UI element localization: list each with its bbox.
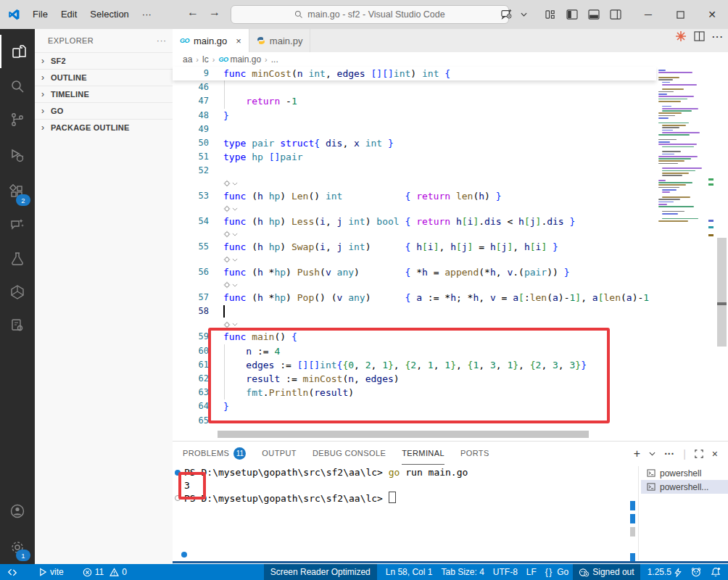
split-editor-icon[interactable] [694,31,705,41]
testing-beaker-icon[interactable] [0,242,35,276]
command-decoration[interactable] [630,501,635,510]
go-signed-out-item[interactable]: Signed out [573,564,640,580]
codelens-row[interactable] [173,228,728,240]
go-version-item[interactable]: 1.25.5 [643,564,686,580]
command-center-search[interactable]: main.go - sf2 - Visual Studio Code [231,5,509,24]
code-line-content[interactable] [223,304,728,318]
code-line-content[interactable]: func (h *hp) Push(v any) { *h = append(*… [223,265,728,279]
nav-forward-icon[interactable]: → [209,6,220,19]
extensions-icon[interactable]: 2 [0,175,35,209]
close-window-button[interactable]: ✕ [696,0,728,29]
codelens-row[interactable] [173,279,728,291]
terminal-list-item[interactable]: powershell... [641,480,728,494]
menu-edit[interactable]: Edit [54,5,83,24]
code-line-46[interactable]: 46 [173,80,728,94]
code-line-content[interactable] [223,123,728,136]
sticky-scroll-line[interactable]: 9 func minCost(n int, edges [][]int) int… [173,67,656,80]
panel-more-actions-icon[interactable]: ··· [664,448,674,460]
terminal-list-item[interactable]: powershell [641,466,728,480]
codelens-row[interactable] [173,178,728,190]
customize-layout-icon[interactable] [539,4,561,25]
code-line-47[interactable]: 47 return -1 [173,94,728,108]
toggle-secondary-sidebar-icon[interactable] [605,4,626,25]
breadcrumb-item-aa[interactable]: aa [183,54,192,65]
new-terminal-icon[interactable]: + [634,447,640,460]
codelens-row[interactable] [173,254,728,265]
minimap[interactable] [656,67,707,433]
menu-[interactable]: ··· [136,5,158,24]
settings-gear-icon[interactable]: 1 [0,531,35,564]
code-line-content[interactable] [223,164,728,178]
code-line-content[interactable]: func (h hp) Swap(i, j int) { h[i], h[j] … [223,240,728,254]
panel-tab-debug-console[interactable]: DEBUG CONSOLE [313,442,386,465]
code-line-content[interactable] [223,80,728,94]
close-panel-icon[interactable]: × [712,448,718,460]
code-line-content[interactable]: func (h *hp) Pop() (v any) { a := *h; *h… [223,291,728,304]
breadcrumb-item-maingo[interactable]: main.go [230,54,261,65]
panel-tab-problems[interactable]: PROBLEMS11 [183,442,246,465]
go-extension-icon[interactable] [0,276,35,309]
code-line-content[interactable]: func (h hp) Less(i, j int) bool { return… [223,215,728,228]
editor-horizontal-scrollbar[interactable] [218,431,589,438]
source-control-icon[interactable] [0,103,35,136]
close-tab-icon[interactable]: × [236,36,241,46]
command-decoration[interactable] [181,552,187,558]
code-line-58[interactable]: 58 [173,304,728,318]
maximize-button[interactable] [664,0,696,29]
cursor-position-item[interactable]: Ln 58, Col 1 [381,564,437,580]
panel-tab-output[interactable]: OUTPUT [262,442,297,465]
problems-item[interactable]: 11 0 [78,564,131,580]
toggle-primary-sidebar-icon[interactable] [561,4,583,25]
code-line-content[interactable]: type hp []pair [223,150,728,164]
sidebar-section-package-outline[interactable]: ›PACKAGE OUTLINE [35,119,173,136]
editor-more-actions-icon[interactable]: ··· [712,31,724,42]
code-line-content[interactable]: type pair struct{ dis, x int } [223,136,728,150]
remote-indicator[interactable] [0,564,22,580]
gopher-icon[interactable] [686,564,706,580]
terminal-output[interactable]: PS D:\mysetup\gopath\src\sf2\aa\lc> go r… [174,466,626,505]
language-item[interactable]: { }Go [541,564,573,580]
screen-reader-item[interactable]: Screen Reader Optimized [264,564,377,580]
sidebar-section-timeline[interactable]: ›TIMELINE [35,86,173,102]
sidebar-section-go[interactable]: ›GO [35,102,173,119]
code-line-57[interactable]: 57func (h *hp) Pop() (v any) { a := *h; … [173,291,728,304]
menu-file[interactable]: File [26,5,54,24]
code-line-49[interactable]: 49 [173,123,728,136]
sidebar-section-outline[interactable]: ›OUTLINE [35,69,173,86]
tools-file-icon[interactable] [0,309,35,342]
explorer-icon[interactable] [0,35,36,68]
terminal-dropdown-icon[interactable] [649,452,655,456]
maximize-panel-icon[interactable] [695,450,703,458]
breadcrumb-item-[interactable]: ... [271,54,278,65]
code-line-53[interactable]: 53func (h hp) Len() int { return len(h) … [173,189,728,203]
command-decoration[interactable] [630,553,635,561]
run-code-icon[interactable] [675,30,687,42]
sidebar-section-sf2[interactable]: ›SF2 [35,52,173,69]
code-line-content[interactable]: return -1 [223,94,728,108]
copilot-dropdown-icon[interactable] [518,4,529,25]
code-line-content[interactable]: } [223,109,728,123]
code-line-48[interactable]: 48} [173,109,728,123]
tab-main-go[interactable]: GOmain.go× [173,29,249,53]
minimize-button[interactable]: ─ [632,0,664,29]
go-codelens-icon[interactable] [223,231,231,238]
go-codelens-icon[interactable] [223,256,231,263]
accounts-icon[interactable] [0,494,35,528]
codelens-row[interactable] [173,203,728,215]
search-icon[interactable] [0,70,35,103]
panel-tab-ports[interactable]: PORTS [460,442,489,465]
code-line-content[interactable]: func (h hp) Len() int { return len(h) } [223,189,728,203]
command-decoration[interactable] [630,527,635,536]
panel-tab-terminal[interactable]: TERMINAL [402,442,444,465]
copilot-icon[interactable] [496,4,518,25]
editor-vertical-scrollbar[interactable] [717,238,727,347]
breadcrumb-item-lc[interactable]: lc [202,54,209,65]
code-line-54[interactable]: 54func (h hp) Less(i, j int) bool { retu… [173,215,728,228]
command-decoration[interactable] [630,514,635,523]
run-task-item[interactable]: vite [35,564,68,580]
eol-item[interactable]: LF [522,564,541,580]
breadcrumb[interactable]: aa›lc›GOmain.go›... [173,52,728,67]
explorer-more-actions-icon[interactable]: ··· [157,36,167,45]
notifications-bell-icon[interactable] [706,564,728,580]
go-codelens-icon[interactable] [223,321,231,328]
